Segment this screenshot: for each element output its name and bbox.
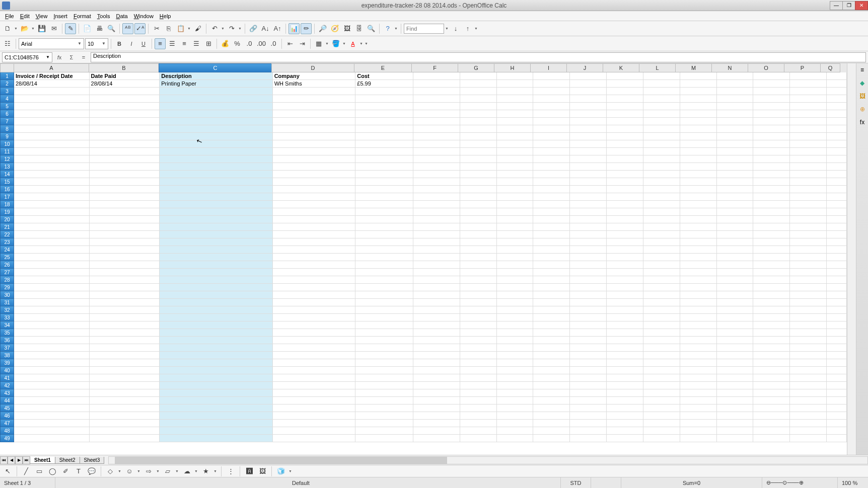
cell[interactable] (827, 427, 847, 435)
cell[interactable] (790, 88, 827, 95)
cell[interactable] (643, 163, 680, 171)
cell[interactable] (273, 276, 356, 284)
cell[interactable] (90, 389, 160, 397)
cell[interactable] (790, 72, 827, 80)
cell[interactable] (753, 291, 790, 299)
cell[interactable] (827, 306, 847, 314)
cell[interactable] (355, 216, 413, 223)
cell[interactable] (717, 118, 754, 125)
cell[interactable] (14, 306, 90, 314)
cell[interactable] (570, 118, 607, 125)
cell[interactable] (753, 163, 790, 171)
cell[interactable] (355, 238, 413, 246)
cell[interactable] (643, 110, 680, 118)
cell[interactable] (790, 95, 827, 103)
cell[interactable] (680, 193, 717, 201)
cell[interactable] (497, 314, 534, 321)
cell[interactable] (355, 171, 413, 178)
cell[interactable] (790, 118, 827, 125)
underline-icon[interactable]: U (138, 38, 149, 49)
cell[interactable] (570, 110, 607, 118)
cell[interactable] (717, 133, 754, 140)
cell[interactable] (753, 140, 790, 148)
cell[interactable] (790, 261, 827, 269)
cell[interactable] (90, 148, 160, 155)
cell[interactable] (717, 231, 754, 238)
cell[interactable] (160, 163, 272, 171)
cell[interactable] (533, 80, 570, 88)
cell[interactable] (570, 427, 607, 435)
cell[interactable] (570, 238, 607, 246)
cell[interactable] (607, 193, 643, 201)
cell[interactable] (273, 163, 356, 171)
cell[interactable] (533, 72, 570, 80)
cell[interactable] (355, 178, 413, 186)
cell[interactable] (680, 103, 717, 110)
gallery-icon[interactable]: 🖼 (341, 23, 352, 34)
cell[interactable] (680, 321, 717, 329)
col-header-P[interactable]: P (784, 63, 821, 72)
cell[interactable] (570, 404, 607, 412)
cell[interactable] (160, 374, 272, 382)
cell[interactable]: 28/08/14 (90, 80, 160, 88)
cell[interactable] (753, 321, 790, 329)
cell[interactable] (160, 231, 272, 238)
cell[interactable] (90, 118, 160, 125)
arrow-shapes-icon[interactable]: ⇨ (143, 466, 154, 477)
cell[interactable] (160, 420, 272, 427)
cell[interactable] (533, 178, 570, 186)
row-header[interactable]: 15 (0, 178, 14, 186)
cell[interactable] (90, 163, 160, 171)
cell[interactable] (717, 276, 754, 284)
cell[interactable] (570, 208, 607, 216)
cell[interactable] (533, 140, 570, 148)
cell[interactable] (460, 284, 497, 291)
cell[interactable] (14, 397, 90, 404)
cell[interactable] (570, 254, 607, 261)
row-header[interactable]: 7 (0, 117, 14, 125)
cell[interactable] (355, 306, 413, 314)
align-center-icon[interactable]: ☰ (167, 38, 178, 49)
cell[interactable] (14, 254, 90, 261)
cell[interactable] (497, 382, 534, 389)
cell[interactable] (355, 367, 413, 374)
cell[interactable] (273, 148, 356, 155)
cell[interactable] (570, 88, 607, 95)
cell[interactable] (680, 80, 717, 88)
cell[interactable] (570, 374, 607, 382)
cell[interactable] (160, 427, 272, 435)
cell[interactable] (643, 216, 680, 223)
cell[interactable] (717, 306, 754, 314)
cell[interactable] (717, 337, 754, 344)
freeform-tool-icon[interactable]: ✐ (60, 466, 71, 477)
cell[interactable] (607, 359, 643, 367)
maximize-button[interactable]: ❐ (842, 1, 855, 10)
cell[interactable] (273, 171, 356, 178)
cell[interactable] (570, 306, 607, 314)
cell[interactable] (753, 186, 790, 193)
sheet-tab-sheet2[interactable]: Sheet2 (55, 457, 80, 464)
cell[interactable]: Description (160, 72, 272, 80)
cell[interactable] (273, 118, 356, 125)
cell[interactable] (533, 231, 570, 238)
cell[interactable] (355, 435, 413, 442)
cell[interactable] (413, 80, 460, 88)
cell[interactable] (790, 269, 827, 276)
cell[interactable] (160, 216, 272, 223)
cell[interactable] (90, 238, 160, 246)
cell[interactable] (14, 291, 90, 299)
cell[interactable] (790, 412, 827, 420)
cell[interactable] (497, 88, 534, 95)
cell[interactable] (533, 155, 570, 163)
cell[interactable] (273, 103, 356, 110)
col-header-N[interactable]: N (711, 63, 748, 72)
cell[interactable] (827, 374, 847, 382)
row-header[interactable]: 46 (0, 412, 14, 420)
cell[interactable] (497, 321, 534, 329)
cell[interactable] (717, 321, 754, 329)
cell[interactable] (90, 133, 160, 140)
cell[interactable] (90, 359, 160, 367)
cell[interactable] (273, 193, 356, 201)
cell[interactable] (355, 269, 413, 276)
cell[interactable] (570, 359, 607, 367)
